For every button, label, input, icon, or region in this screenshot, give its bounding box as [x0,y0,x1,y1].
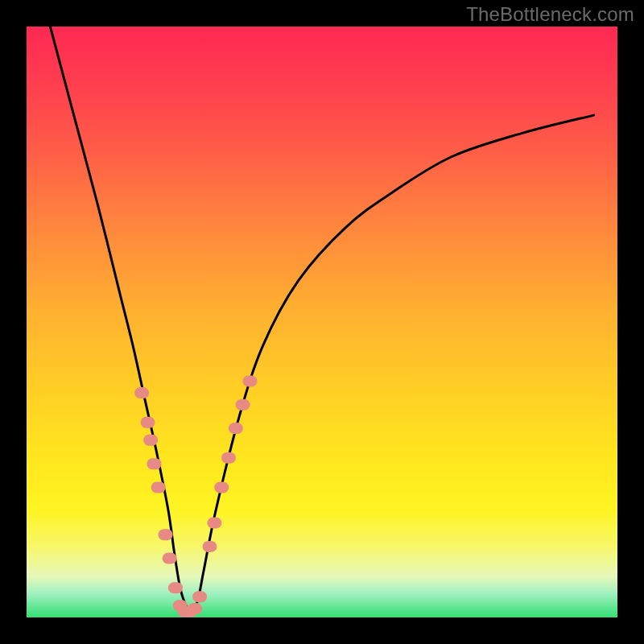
data-point-marker [229,423,243,434]
data-point-marker [147,458,162,469]
data-point-marker [141,417,155,428]
data-point-marker [163,553,177,564]
chart-frame [27,27,617,617]
data-point-marker [134,387,149,398]
data-point-marker [221,452,236,464]
data-point-marker [143,435,158,446]
bottleneck-curve-svg [27,27,617,617]
bottleneck-curve-path [50,27,593,612]
data-point-marker [207,518,221,529]
data-point-marker [236,399,250,411]
watermark-text: TheBottleneck.com [466,3,634,26]
data-point-marker [151,482,166,493]
data-point-marker [188,603,202,614]
data-point-marker [243,375,258,386]
data-point-marker [159,529,173,540]
data-point-marker [168,582,183,593]
data-point-marker [192,591,207,602]
data-point-marker [203,541,217,552]
data-point-markers [134,375,257,617]
data-point-marker [214,482,229,493]
